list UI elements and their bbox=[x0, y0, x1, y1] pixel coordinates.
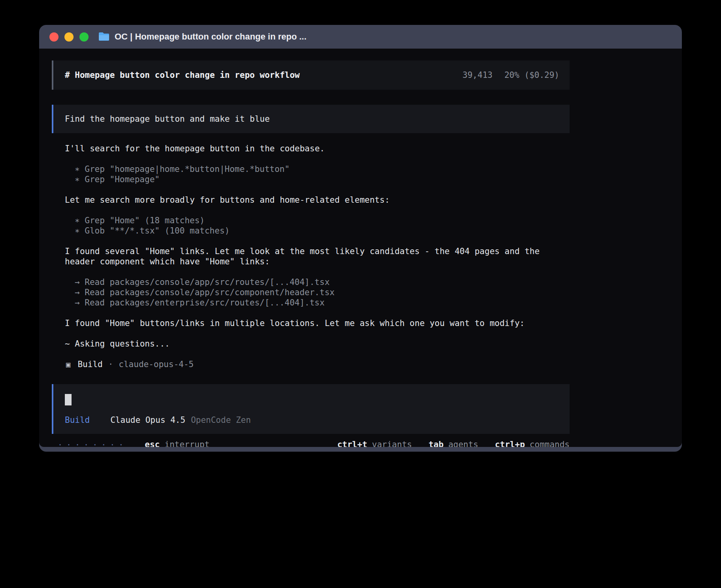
terminal-content: # Homepage button color change in repo w… bbox=[39, 49, 682, 447]
assistant-status: ~ Asking questions... bbox=[52, 339, 570, 349]
prompt-input[interactable]: Build Claude Opus 4.5 OpenCode Zen bbox=[52, 384, 570, 434]
tool-call-grep: ∗ Grep "Home" (18 matches) bbox=[75, 215, 570, 226]
tool-call-grep: ∗ Grep "Homepage" bbox=[75, 174, 570, 185]
text-cursor bbox=[65, 394, 72, 405]
ctrl-t-key: ctrl+t bbox=[337, 439, 367, 447]
tool-call-read: → Read packages/console/app/src/routes/[… bbox=[75, 277, 570, 287]
session-title: # Homepage button color change in repo w… bbox=[65, 70, 300, 80]
mode-badge[interactable]: Build bbox=[65, 415, 90, 425]
agent-separator: · bbox=[108, 359, 113, 369]
titlebar[interactable]: OC | Homepage button color change in rep… bbox=[39, 25, 682, 49]
variants-label: variants bbox=[372, 439, 412, 447]
terminal-window: OC | Homepage button color change in rep… bbox=[39, 25, 682, 452]
agents-label: agents bbox=[448, 439, 478, 447]
assistant-paragraph: I found "Home" buttons/links in multiple… bbox=[52, 318, 570, 328]
user-message: Find the homepage button and make it blu… bbox=[52, 105, 570, 133]
folder-icon bbox=[98, 32, 110, 41]
tool-call-group: → Read packages/console/app/src/routes/[… bbox=[52, 277, 570, 308]
tab-key: tab bbox=[428, 439, 444, 447]
agent-icon: ▣ bbox=[66, 359, 70, 369]
session-stats: 39,413 20% ($0.29) bbox=[462, 70, 559, 80]
model-name[interactable]: Claude Opus 4.5 bbox=[110, 415, 185, 425]
tool-call-read: → Read packages/enterprise/src/routes/[.… bbox=[75, 298, 570, 308]
assistant-paragraph: Let me search more broadly for buttons a… bbox=[52, 195, 570, 205]
agent-model: claude-opus-4-5 bbox=[119, 359, 194, 369]
title-group: OC | Homepage button color change in rep… bbox=[98, 32, 306, 42]
shortcut-agents: tab agents bbox=[428, 439, 478, 447]
interrupt-label: interrupt bbox=[164, 439, 210, 447]
user-message-text: Find the homepage button and make it blu… bbox=[65, 114, 270, 124]
input-meta: Build Claude Opus 4.5 OpenCode Zen bbox=[65, 415, 559, 425]
context-cost: 20% ($0.29) bbox=[504, 70, 559, 80]
close-button[interactable] bbox=[49, 32, 59, 41]
tool-call-group: ∗ Grep "homepage|home.*button|Home.*butt… bbox=[52, 164, 570, 185]
minimize-button[interactable] bbox=[64, 32, 74, 41]
shortcut-variants: ctrl+t variants bbox=[337, 439, 412, 447]
agent-status-line: ▣ Build · claude-opus-4-5 bbox=[52, 359, 570, 369]
window-title: OC | Homepage button color change in rep… bbox=[115, 32, 306, 42]
traffic-lights bbox=[49, 32, 89, 41]
provider-name: OpenCode Zen bbox=[191, 415, 251, 425]
status-bar: ········ esc interrupt ctrl+t variants t… bbox=[52, 439, 570, 447]
assistant-paragraph: I found several "Home" links. Let me loo… bbox=[52, 246, 570, 267]
shortcut-commands: ctrl+p commands bbox=[495, 439, 570, 447]
assistant-paragraph: I'll search for the homepage button in t… bbox=[52, 143, 570, 154]
tool-call-grep: ∗ Grep "homepage|home.*button|Home.*butt… bbox=[75, 164, 570, 174]
tool-call-read: → Read packages/console/app/src/componen… bbox=[75, 287, 570, 298]
tool-call-group: ∗ Grep "Home" (18 matches) ∗ Glob "**/*.… bbox=[52, 215, 570, 236]
status-bar-right: ctrl+t variants tab agents ctrl+p comman… bbox=[337, 439, 570, 447]
spinner-dots: ········ bbox=[58, 439, 127, 447]
commands-label: commands bbox=[530, 439, 570, 447]
zoom-button[interactable] bbox=[79, 32, 89, 41]
ctrl-p-key: ctrl+p bbox=[495, 439, 525, 447]
esc-key-hint: esc bbox=[145, 439, 160, 447]
session-header: # Homepage button color change in repo w… bbox=[52, 60, 570, 90]
tool-call-glob: ∗ Glob "**/*.tsx" (100 matches) bbox=[75, 226, 570, 236]
token-count: 39,413 bbox=[462, 70, 493, 80]
agent-name: Build bbox=[77, 359, 102, 369]
status-bar-left: ········ esc interrupt bbox=[58, 439, 210, 447]
